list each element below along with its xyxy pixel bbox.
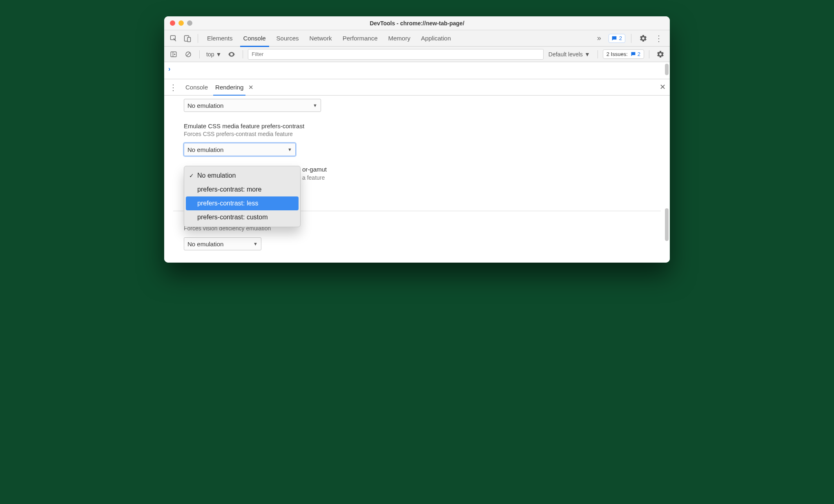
window-title: DevTools - chrome://new-tab-page/ bbox=[164, 20, 670, 27]
execution-context-selector[interactable]: top ▼ bbox=[205, 51, 223, 58]
toggle-sidebar-icon[interactable] bbox=[167, 48, 180, 60]
traffic-lights bbox=[164, 20, 192, 26]
top-emulation-select[interactable]: No emulation ▼ bbox=[184, 99, 321, 112]
tab-elements[interactable]: Elements bbox=[205, 31, 234, 45]
drawer-tabbar: ⋮ Console Rendering ✕ ✕ bbox=[164, 79, 670, 96]
separator bbox=[243, 50, 243, 58]
rendering-pane: No emulation ▼ Emulate CSS media feature… bbox=[164, 96, 670, 263]
console-prompt-caret-icon[interactable]: › bbox=[168, 65, 170, 73]
close-dot[interactable] bbox=[170, 20, 175, 26]
issues-count: 2 bbox=[638, 51, 640, 57]
more-tabs-icon[interactable]: » bbox=[593, 32, 605, 45]
inspect-icon[interactable] bbox=[167, 32, 180, 45]
tab-performance[interactable]: Performance bbox=[341, 31, 379, 45]
maximize-dot[interactable] bbox=[187, 20, 192, 26]
contrast-select[interactable]: No emulation ▼ bbox=[184, 143, 296, 156]
tab-application[interactable]: Application bbox=[419, 31, 453, 45]
warnings-badge[interactable]: 2 bbox=[609, 34, 625, 43]
device-toggle-icon[interactable] bbox=[181, 32, 194, 45]
option-contrast-more[interactable]: prefers-contrast: more bbox=[186, 183, 299, 196]
contrast-dropdown-popup: No emulation prefers-contrast: more pref… bbox=[184, 166, 301, 227]
separator bbox=[199, 50, 200, 58]
option-contrast-less[interactable]: prefers-contrast: less bbox=[186, 196, 299, 210]
log-levels-selector[interactable]: Default levels ▼ bbox=[546, 51, 593, 58]
option-contrast-custom[interactable]: prefers-contrast: custom bbox=[186, 210, 299, 224]
main-tabs: Elements Console Sources Network Perform… bbox=[202, 31, 591, 45]
svg-point-6 bbox=[231, 54, 232, 55]
contrast-title: Emulate CSS media feature prefers-contra… bbox=[184, 123, 650, 129]
gamut-subtitle-partial: a feature bbox=[302, 174, 325, 181]
drawer-tab-console[interactable]: Console bbox=[185, 80, 209, 94]
right-tools: » 2 ⋮ bbox=[593, 32, 667, 45]
contrast-subtitle: Forces CSS prefers-contrast media featur… bbox=[184, 131, 650, 137]
separator bbox=[649, 50, 649, 58]
filter-input[interactable] bbox=[248, 49, 544, 60]
clear-console-icon[interactable] bbox=[182, 48, 194, 60]
svg-rect-4 bbox=[171, 52, 176, 57]
close-drawer-icon[interactable]: ✕ bbox=[660, 83, 666, 91]
drawer-tab-rendering[interactable]: Rendering bbox=[214, 80, 244, 94]
vision-select[interactable]: No emulation ▼ bbox=[184, 237, 261, 250]
devtools-window: DevTools - chrome://new-tab-page/ Elemen… bbox=[164, 16, 670, 263]
chevron-down-icon: ▼ bbox=[216, 51, 221, 58]
option-no-emulation[interactable]: No emulation bbox=[186, 169, 299, 183]
issues-pill[interactable]: 2 Issues: 2 bbox=[603, 49, 644, 59]
chevron-down-icon: ▼ bbox=[584, 51, 590, 58]
separator bbox=[198, 34, 198, 43]
svg-rect-3 bbox=[187, 37, 191, 42]
levels-label: Default levels bbox=[549, 51, 583, 58]
issues-label: 2 Issues: bbox=[607, 51, 628, 57]
tab-memory[interactable]: Memory bbox=[387, 31, 412, 45]
tab-sources[interactable]: Sources bbox=[275, 31, 301, 45]
gamut-title-partial: or-gamut bbox=[302, 166, 327, 173]
separator bbox=[598, 50, 598, 58]
main-tabbar: Elements Console Sources Network Perform… bbox=[164, 30, 670, 47]
kebab-icon[interactable]: ⋮ bbox=[653, 32, 665, 45]
tab-console[interactable]: Console bbox=[242, 31, 268, 45]
scrollbar-thumb[interactable] bbox=[665, 208, 669, 241]
issues-mini-badge: 2 bbox=[630, 51, 640, 57]
live-expression-eye-icon[interactable] bbox=[225, 48, 238, 60]
chevron-down-icon: ▼ bbox=[288, 147, 292, 152]
select-value: No emulation bbox=[187, 241, 223, 248]
context-label: top bbox=[206, 51, 214, 58]
minimize-dot[interactable] bbox=[178, 20, 184, 26]
console-body: › bbox=[164, 62, 670, 79]
warnings-count: 2 bbox=[619, 35, 622, 41]
settings-gear-icon[interactable] bbox=[637, 32, 649, 45]
chevron-down-icon: ▼ bbox=[253, 241, 258, 246]
scrollbar-thumb[interactable] bbox=[665, 64, 669, 75]
tab-network[interactable]: Network bbox=[308, 31, 334, 45]
console-toolbar: top ▼ Default levels ▼ 2 Issues: 2 bbox=[164, 47, 670, 62]
console-settings-gear-icon[interactable] bbox=[654, 48, 667, 60]
titlebar: DevTools - chrome://new-tab-page/ bbox=[164, 16, 670, 30]
separator bbox=[631, 34, 631, 43]
chevron-down-icon: ▼ bbox=[313, 103, 317, 108]
close-tab-icon[interactable]: ✕ bbox=[248, 84, 254, 91]
drawer-more-icon[interactable]: ⋮ bbox=[167, 83, 179, 92]
select-value: No emulation bbox=[187, 146, 223, 153]
select-value: No emulation bbox=[187, 102, 223, 109]
